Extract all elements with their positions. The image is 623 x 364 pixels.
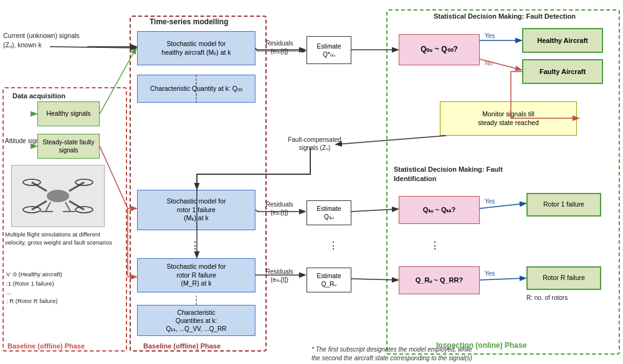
qru-qrr-box: Q_Rᵤ ~ Q_RR? [399,266,480,294]
baseline-offline-left-label: Baseline (offline) Phase [7,342,85,350]
r-note-label: R: no. of rotors [526,294,568,301]
yes-qr-label: Yes [485,270,495,277]
residuals-m1-label: Residuals (e₁ᵤ[t]) [259,200,300,217]
flight-sims-label: Multiple flight simulations at different… [5,230,114,247]
monitor-signals-box: Monitor signals till steady state reache… [440,101,577,136]
drone-svg [21,171,95,221]
time-series-label: Time-series modelling [150,17,229,26]
statistical-top-title: Statistical Decision Making: Fault Detec… [392,12,617,20]
healthy-aircraft-box: Healthy Aircraft [522,28,603,53]
stochastic-mr-box: Stochastic model for rotor R failure (M_… [137,258,255,292]
drone-image [11,165,105,227]
estimate-q0u-box: Estimate Q*₀ᵤ [307,36,351,64]
svg-line-9 [45,202,50,212]
v-legend-label: V :0 (Healthy aircraft) :1 (Rotor 1 fail… [6,261,121,306]
characteristic-qrr-box: Characteristic Quantities at k: Q₁₁, ...… [137,305,255,336]
footnote-label: * The first subscript designates the mod… [312,345,617,363]
residuals-top-label: Residuals (e₀ᵤ[t]) [259,39,300,55]
yes-top-label: Yes [485,32,495,39]
statistical-bottom-title: Statistical Decision Making: Fault Ident… [394,165,518,184]
no-top-label: No [485,60,493,67]
faulty-aircraft-box: Faulty Aircraft [522,59,603,84]
svg-line-10 [65,202,70,212]
estimate-qru-box: Estimate Q_Rᵤ [307,268,351,292]
estimate-q1u-box: Estimate Q₁ᵤ [307,200,351,225]
characteristic-q00-box: Characteristic Quantity at k: Q₀₀ [137,75,255,103]
yes-q1-label: Yes [485,198,495,205]
q0u-q00-box: Q₀ᵤ ~ Q₀₀? [399,34,480,65]
current-signals-label: Current (unknown) signals (Zᵤ), known k [3,31,84,49]
healthy-signals-box: Healthy signals [37,101,100,126]
steadystate-faulty-box: Steady-state faulty signals [37,134,100,159]
svg-point-0 [47,190,69,202]
q1u-q11-box: Q₁ᵤ ~ Q₁₁? [399,196,480,224]
baseline-offline-right-region [130,16,267,352]
rotor1-failure-box: Rotor 1 failure [526,193,601,217]
residuals-mr-label: Residuals (e₆ᵤ[t]) [259,268,300,284]
dots2-label: ⋮ [328,240,338,251]
dots3-label: ⋮ [430,240,440,251]
fault-compensated-label: Fault-compensated signals (Zᵤ) [274,136,355,152]
data-acquisition-label: Data acquisition [12,92,65,100]
stochastic-m0-box: Stochastic model for healthy aircraft (M… [137,31,255,65]
stochastic-m1-box: Stochastic model for rotor 1 failure (M₁… [137,190,255,230]
dots1-label: ⋮ [190,240,200,251]
diagram: Baseline (offline) Phase Time-series mod… [0,0,623,364]
rotorR-failure-box: Rotor R failure [526,266,601,290]
baseline-offline-right-label: Baseline (offline) Phase [143,342,221,350]
